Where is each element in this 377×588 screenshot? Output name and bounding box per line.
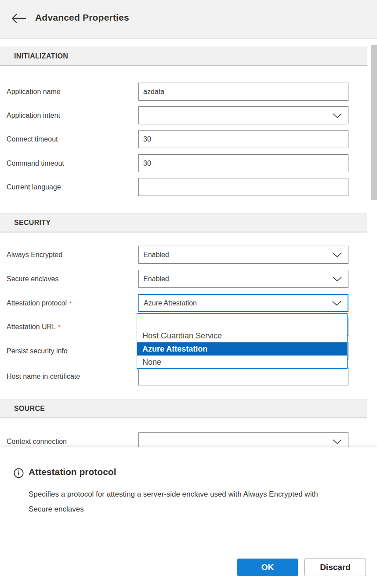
field-row-context-connection: Context connection — [0, 432, 367, 447]
command-timeout-input[interactable] — [138, 154, 348, 172]
application-name-input[interactable] — [138, 83, 348, 101]
secure-enclaves-select[interactable]: Enabled — [138, 270, 348, 288]
field-label: Application name — [7, 83, 61, 101]
dropdown-option-none[interactable]: None — [137, 356, 347, 369]
host-name-certificate-input[interactable] — [138, 367, 348, 385]
chevron-down-icon — [332, 300, 342, 306]
back-arrow-icon[interactable] — [11, 13, 26, 24]
field-row-attestation-protocol: Attestation protocol* Azure Attestation — [0, 294, 367, 312]
page-title: Advanced Properties — [35, 12, 129, 23]
connect-timeout-input[interactable] — [138, 130, 348, 148]
ok-button[interactable]: OK — [237, 559, 298, 576]
attestation-protocol-select[interactable]: Azure Attestation — [138, 294, 348, 312]
chevron-down-icon — [332, 276, 342, 282]
section-title: SECURITY — [14, 219, 51, 227]
field-row-connect-timeout: Connect timeout — [0, 130, 367, 148]
field-label: Application intent — [7, 106, 60, 124]
field-label: Current language — [7, 178, 61, 196]
current-language-input[interactable] — [138, 178, 348, 196]
field-label: Secure enclaves — [7, 270, 58, 288]
field-row-always-encrypted: Always Encrypted Enabled — [0, 246, 367, 264]
help-title: Attestation protocol — [29, 467, 116, 477]
field-label: Context connection — [7, 432, 67, 447]
dialog-header: Advanced Properties — [0, 0, 377, 39]
application-intent-select[interactable] — [138, 106, 348, 124]
info-icon — [14, 468, 24, 478]
field-label: Host name in certificate — [7, 367, 80, 385]
vertical-scrollbar-thumb[interactable] — [371, 45, 377, 200]
help-panel: Attestation protocol Specifies a protoco… — [0, 447, 377, 588]
field-label: Attestation URL* — [7, 318, 61, 336]
section-title: INITIALIZATION — [14, 52, 68, 60]
dropdown-option-azure-attestation[interactable]: Azure Attestation — [137, 342, 347, 356]
context-connection-select[interactable] — [138, 432, 348, 447]
field-row-application-intent: Application intent — [0, 106, 367, 124]
chevron-down-icon — [332, 439, 342, 444]
section-header-source: SOURCE — [0, 399, 367, 418]
always-encrypted-select[interactable]: Enabled — [138, 246, 348, 264]
field-label: Always Encrypted — [7, 246, 62, 264]
attestation-protocol-dropdown-list: Host Guardian Service Azure Attestation … — [137, 313, 348, 369]
field-row-command-timeout: Command timeout — [0, 154, 367, 172]
section-title: SOURCE — [14, 405, 45, 413]
required-asterisk: * — [69, 299, 72, 307]
dropdown-option-empty[interactable] — [137, 315, 347, 329]
chevron-down-icon — [332, 113, 342, 118]
section-header-security: SECURITY — [0, 213, 367, 232]
field-label: Persist security info — [7, 342, 68, 360]
field-row-secure-enclaves: Secure enclaves Enabled — [0, 270, 367, 288]
field-row-application-name: Application name — [0, 83, 367, 101]
chevron-down-icon — [332, 252, 342, 258]
help-description: Specifies a protocol for attesting a ser… — [29, 487, 343, 517]
field-row-host-name-certificate: Host name in certificate — [0, 367, 367, 385]
discard-button[interactable]: Discard — [304, 559, 366, 576]
advanced-properties-dialog: Advanced Properties INITIALIZATION Appli… — [0, 0, 377, 588]
field-label: Command timeout — [7, 154, 64, 172]
required-asterisk: * — [58, 323, 61, 330]
section-header-initialization: INITIALIZATION — [0, 47, 367, 66]
field-label: Connect timeout — [7, 130, 58, 148]
field-label: Attestation protocol* — [7, 294, 72, 312]
dropdown-option-host-guardian-service[interactable]: Host Guardian Service — [137, 329, 347, 342]
field-row-current-language: Current language — [0, 178, 367, 196]
form-scroll-area: INITIALIZATION Application name Applicat… — [0, 39, 377, 447]
